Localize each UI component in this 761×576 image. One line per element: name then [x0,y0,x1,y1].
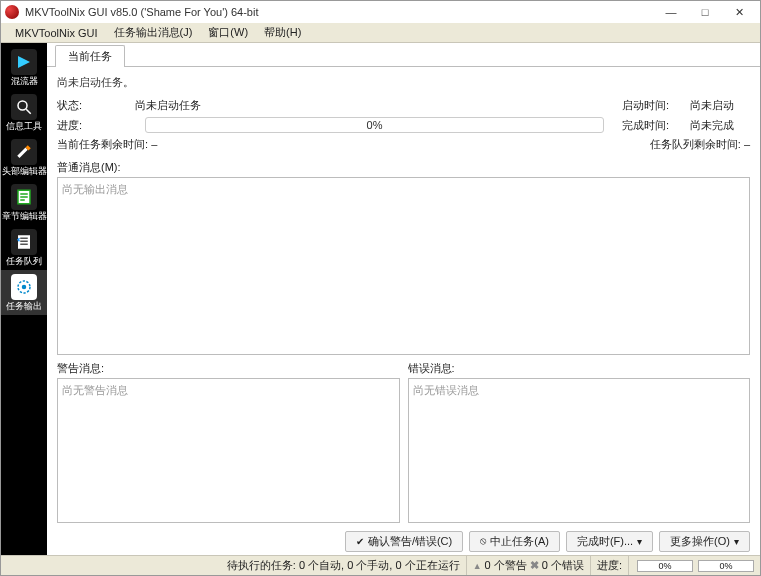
tab-current-job[interactable]: 当前任务 [55,45,125,67]
sidebar-item-job-output[interactable]: 任务输出 [1,270,47,315]
menu-help[interactable]: 帮助(H) [256,23,309,42]
title-bar: MKVToolNix GUI v85.0 ('Shame For You') 6… [1,1,760,23]
button-bar: ✔确认警告/错误(C) ⦸中止任务(A) 完成时(F)... ▾ 更多操作(O)… [47,527,760,555]
chevron-down-icon: ▾ [734,536,739,547]
finish-time-value: 尚未完成 [690,118,750,133]
start-time-label: 启动时间: [622,98,682,113]
start-time-value: 尚未启动 [690,98,750,113]
left-sidebar: 混流器 信息工具 头部编辑器 章节编辑器 任务队列 任务输出 [1,43,47,555]
svg-point-0 [18,101,27,110]
normal-msg-label: 普通消息(M): [57,160,750,175]
status-bar: 待执行的任务: 0 个自动, 0 个手动, 0 个正在运行 ▲0 个警告 ✖0 … [1,555,760,575]
errors-column: 错误消息: 尚无错误消息 [408,359,751,523]
maximize-button[interactable]: □ [688,1,722,23]
stop-icon: ⦸ [480,535,486,547]
error-icon: ✖ [530,559,539,572]
sidebar-item-header-editor[interactable]: 头部编辑器 [1,135,47,180]
remaining-row: 当前任务剩余时间: – 任务队列剩余时间: – [57,137,750,152]
status-progress-bars: 0% 0% [629,556,760,575]
close-button[interactable]: ✕ [722,1,756,23]
queue-remaining: 任务队列剩余时间: – [650,137,750,152]
progress-bar: 0% [145,117,604,133]
sidebar-label: 混流器 [11,77,38,86]
menu-mkvtoolnix-gui[interactable]: MKVToolNix GUI [7,25,106,41]
mini-progress-2: 0% [698,560,754,572]
current-remaining: 当前任务剩余时间: – [57,137,157,152]
status-pending: 待执行的任务: 0 个自动, 0 个手动, 0 个正在运行 [1,556,467,575]
tab-strip: 当前任务 [47,43,760,67]
app-logo-icon [5,5,19,19]
sidebar-label: 任务输出 [6,302,42,311]
job-output-icon [11,274,37,300]
menu-job-output[interactable]: 任务输出消息(J) [106,23,201,42]
status-value: 尚未启动任务 [135,98,614,113]
job-queue-icon [11,229,37,255]
chapter-editor-icon [11,184,37,210]
status-progress-label: 进度: [591,556,629,575]
svg-point-5 [22,285,27,290]
sidebar-item-job-queue[interactable]: 任务队列 [1,225,47,270]
sidebar-item-multiplexer[interactable]: 混流器 [1,45,47,90]
warning-icon: ▲ [473,561,482,571]
status-warnings: ▲0 个警告 ✖0 个错误 [467,556,591,575]
lower-split: 警告消息: 尚无警告消息 错误消息: 尚无错误消息 [57,359,750,523]
info-tool-icon [11,94,37,120]
progress-row: 进度: 0% 完成时间: 尚未完成 [57,117,750,133]
status-label: 状态: [57,98,127,113]
more-actions-button[interactable]: 更多操作(O) ▾ [659,531,750,552]
progress-label: 进度: [57,118,127,133]
after-finish-button[interactable]: 完成时(F)... ▾ [566,531,653,552]
normal-msg-box[interactable]: 尚无输出消息 [57,177,750,355]
abort-button[interactable]: ⦸中止任务(A) [469,531,560,552]
warn-label: 警告消息: [57,361,400,376]
chevron-down-icon: ▾ [637,536,642,547]
warn-msg-box[interactable]: 尚无警告消息 [57,378,400,523]
finish-time-label: 完成时间: [622,118,682,133]
svg-line-1 [26,109,31,114]
mini-progress-1: 0% [637,560,693,572]
minimize-button[interactable]: — [654,1,688,23]
main-region: 混流器 信息工具 头部编辑器 章节编辑器 任务队列 任务输出 当前任务 尚未启动… [1,43,760,555]
status-row: 状态: 尚未启动任务 启动时间: 尚未启动 [57,98,750,113]
check-icon: ✔ [356,536,364,547]
menu-bar: MKVToolNix GUI 任务输出消息(J) 窗口(W) 帮助(H) [1,23,760,43]
err-label: 错误消息: [408,361,751,376]
sidebar-item-info-tool[interactable]: 信息工具 [1,90,47,135]
err-msg-box[interactable]: 尚无错误消息 [408,378,751,523]
job-output-body: 尚未启动任务。 状态: 尚未启动任务 启动时间: 尚未启动 进度: 0% 完成时… [47,67,760,527]
sidebar-label: 信息工具 [6,122,42,131]
no-job-text: 尚未启动任务。 [57,73,750,98]
warnings-column: 警告消息: 尚无警告消息 [57,359,400,523]
sidebar-label: 任务队列 [6,257,42,266]
multiplexer-icon [11,49,37,75]
sidebar-label: 头部编辑器 [2,167,47,176]
sidebar-label: 章节编辑器 [2,212,47,221]
header-editor-icon [11,139,37,165]
window-title: MKVToolNix GUI v85.0 ('Shame For You') 6… [25,6,654,18]
sidebar-item-chapter-editor[interactable]: 章节编辑器 [1,180,47,225]
menu-window[interactable]: 窗口(W) [200,23,256,42]
content-area: 当前任务 尚未启动任务。 状态: 尚未启动任务 启动时间: 尚未启动 进度: 0… [47,43,760,555]
acknowledge-button[interactable]: ✔确认警告/错误(C) [345,531,463,552]
